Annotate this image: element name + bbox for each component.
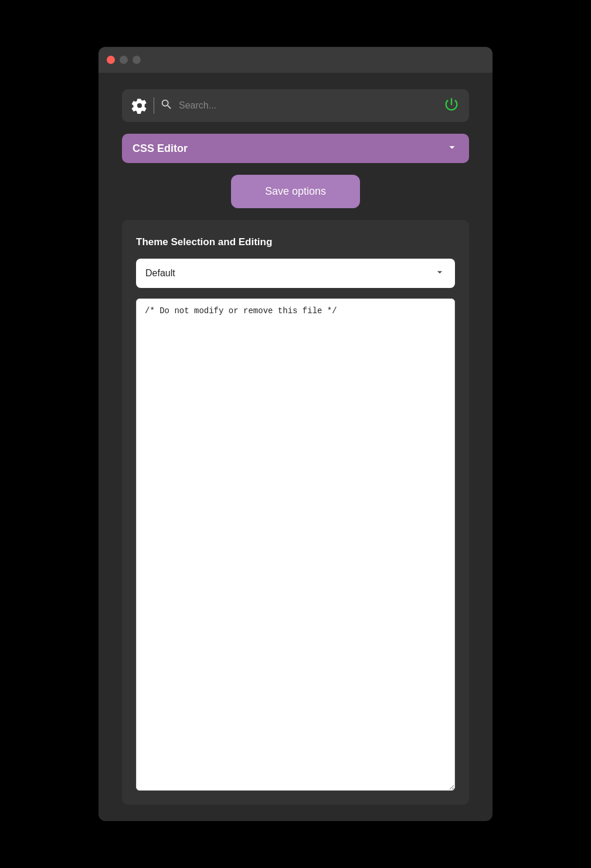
titlebar <box>98 47 492 73</box>
css-editor-textarea[interactable]: /* Do not modify or remove this file */ <box>136 299 455 791</box>
close-button[interactable] <box>107 56 115 64</box>
main-content: CSS Editor Save options Theme Selection … <box>98 73 492 821</box>
chevron-down-icon <box>446 141 458 157</box>
theme-panel: Theme Selection and Editing Default /* D… <box>122 220 469 805</box>
theme-chevron-icon <box>434 266 446 281</box>
css-editor-bar[interactable]: CSS Editor <box>122 134 469 163</box>
search-divider <box>154 97 154 114</box>
search-input[interactable] <box>179 100 437 111</box>
power-icon[interactable] <box>443 96 460 115</box>
maximize-button[interactable] <box>133 56 141 64</box>
app-window: CSS Editor Save options Theme Selection … <box>98 47 492 821</box>
gear-icon[interactable] <box>131 97 148 114</box>
minimize-button[interactable] <box>120 56 128 64</box>
toolbar <box>122 89 469 122</box>
theme-select[interactable]: Default <box>136 259 455 288</box>
panel-title: Theme Selection and Editing <box>136 236 455 248</box>
search-icon <box>160 98 173 113</box>
css-editor-label: CSS Editor <box>133 143 188 155</box>
theme-select-value: Default <box>145 268 175 279</box>
save-options-button[interactable]: Save options <box>231 175 360 208</box>
